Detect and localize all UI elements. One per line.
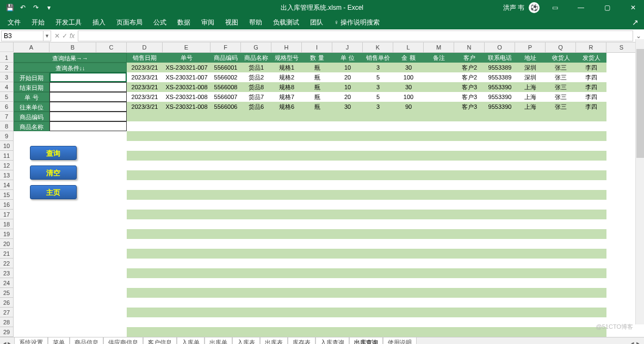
- tab-developer[interactable]: 开发工具: [55, 18, 82, 27]
- tab-scroll-right-icon[interactable]: ▸: [636, 340, 640, 344]
- enter-icon[interactable]: ✓: [62, 32, 67, 40]
- close-icon[interactable]: ✕: [622, 0, 644, 15]
- tab-nav-last-icon[interactable]: ▸: [8, 340, 11, 344]
- row-header-27[interactable]: 27: [0, 308, 14, 317]
- fx-icon[interactable]: fx: [70, 32, 75, 40]
- row-header-7[interactable]: 7: [0, 112, 14, 121]
- sheet-tab-出库表[interactable]: 出库表: [260, 337, 288, 344]
- row-header-26[interactable]: 26: [0, 298, 14, 308]
- tab-team[interactable]: 团队: [310, 18, 323, 27]
- namebox-dropdown-icon[interactable]: ▼: [44, 30, 51, 41]
- query-input-3[interactable]: [49, 102, 127, 112]
- row-header-28[interactable]: 28: [0, 317, 14, 327]
- query-input-4[interactable]: [49, 112, 127, 121]
- col-header-L[interactable]: L: [393, 42, 424, 53]
- col-header-H[interactable]: H: [271, 42, 302, 53]
- tab-nav-first-icon[interactable]: ◂: [3, 340, 7, 344]
- col-header-S[interactable]: S: [606, 42, 637, 53]
- col-header-D[interactable]: D: [127, 42, 163, 53]
- row-header-1[interactable]: 1: [0, 53, 14, 63]
- redo-icon[interactable]: ↷: [30, 2, 41, 13]
- col-header-R[interactable]: R: [576, 42, 606, 53]
- sheet-tab-库存表[interactable]: 库存表: [288, 337, 315, 344]
- row-header-19[interactable]: 19: [0, 229, 14, 239]
- qat-dropdown-icon[interactable]: ▾: [44, 2, 54, 13]
- col-header-E[interactable]: E: [163, 42, 210, 53]
- row-header-13[interactable]: 13: [0, 170, 14, 180]
- tab-file[interactable]: 文件: [8, 18, 21, 27]
- row-header-9[interactable]: 9: [0, 131, 14, 141]
- tell-me-search[interactable]: ♀ 操作说明搜索: [334, 18, 380, 27]
- minimize-icon[interactable]: —: [570, 0, 592, 15]
- expand-formula-icon[interactable]: ⌄: [633, 32, 644, 40]
- row-header-3[interactable]: 3: [0, 72, 14, 82]
- clear-button[interactable]: 清空: [30, 165, 77, 180]
- row-header-15[interactable]: 15: [0, 190, 14, 200]
- row-header-29[interactable]: 29: [0, 327, 14, 337]
- row-header-10[interactable]: 10: [0, 141, 14, 151]
- row-header-8[interactable]: 8: [0, 121, 14, 131]
- col-header-K[interactable]: K: [363, 42, 393, 53]
- formula-input[interactable]: [78, 30, 633, 41]
- col-header-O[interactable]: O: [485, 42, 515, 53]
- sheet-tab-入库单[interactable]: 入库单: [177, 337, 205, 344]
- tab-view[interactable]: 视图: [225, 18, 238, 27]
- sheet-tab-菜单[interactable]: 菜单: [48, 337, 70, 344]
- row-header-25[interactable]: 25: [0, 288, 14, 298]
- row-header-5[interactable]: 5: [0, 92, 14, 102]
- row-header-11[interactable]: 11: [0, 151, 14, 161]
- row-header-23[interactable]: 23: [0, 268, 14, 278]
- sheet-tab-出库查询[interactable]: 出库查询: [349, 337, 383, 344]
- col-header-C[interactable]: C: [96, 42, 127, 53]
- row-header-16[interactable]: 16: [0, 200, 14, 210]
- query-input-1[interactable]: [49, 82, 127, 92]
- col-header-Q[interactable]: Q: [546, 42, 576, 53]
- col-header-N[interactable]: N: [454, 42, 485, 53]
- tab-help[interactable]: 帮助: [249, 18, 262, 27]
- row-header-22[interactable]: 22: [0, 259, 14, 268]
- row-header-4[interactable]: 4: [0, 82, 14, 92]
- col-header-I[interactable]: I: [302, 42, 332, 53]
- tab-formulas[interactable]: 公式: [153, 18, 166, 27]
- row-header-21[interactable]: 21: [0, 249, 14, 259]
- row-header-12[interactable]: 12: [0, 161, 14, 170]
- tab-scroll-left-icon[interactable]: ◂: [631, 340, 634, 344]
- name-box[interactable]: B3: [1, 30, 44, 41]
- col-header-J[interactable]: J: [332, 42, 363, 53]
- share-icon[interactable]: ↗: [632, 18, 639, 27]
- ribbon-options-icon[interactable]: ▭: [544, 0, 566, 15]
- row-header-17[interactable]: 17: [0, 210, 14, 219]
- query-button[interactable]: 查询: [30, 146, 77, 160]
- undo-icon[interactable]: ↶: [17, 2, 28, 13]
- cancel-icon[interactable]: ✕: [54, 32, 60, 40]
- row-header-2[interactable]: 2: [0, 63, 14, 72]
- save-icon[interactable]: 💾: [4, 2, 15, 13]
- col-header-F[interactable]: F: [210, 42, 241, 53]
- select-all-corner[interactable]: [0, 42, 14, 52]
- sheet-tab-入库表[interactable]: 入库表: [232, 337, 260, 344]
- col-header-B[interactable]: B: [49, 42, 96, 53]
- sheet-tab-供应商信息[interactable]: 供应商信息: [103, 337, 143, 344]
- sheet-tab-客户信息[interactable]: 客户信息: [143, 337, 177, 344]
- row-header-18[interactable]: 18: [0, 219, 14, 229]
- tab-insert[interactable]: 插入: [92, 18, 106, 27]
- maximize-icon[interactable]: ▢: [596, 0, 618, 15]
- query-input-2[interactable]: [49, 92, 127, 102]
- tab-review[interactable]: 审阅: [201, 18, 214, 27]
- sheet-tab-使用说明[interactable]: 使用说明: [383, 337, 417, 344]
- col-header-A[interactable]: A: [14, 42, 49, 53]
- row-header-24[interactable]: 24: [0, 278, 14, 288]
- row-header-14[interactable]: 14: [0, 180, 14, 190]
- row-header-6[interactable]: 6: [0, 102, 14, 112]
- sheet-tab-系统设置[interactable]: 系统设置: [14, 337, 48, 344]
- tab-layout[interactable]: 页面布局: [116, 18, 143, 27]
- avatar[interactable]: ⚽: [529, 2, 540, 13]
- col-header-M[interactable]: M: [424, 42, 454, 53]
- home-button[interactable]: 主页: [30, 185, 77, 199]
- tab-loadtest[interactable]: 负载测试: [273, 18, 299, 27]
- col-header-G[interactable]: G: [241, 42, 271, 53]
- vertical-scrollbar[interactable]: [635, 39, 644, 324]
- sheet-tab-出库单[interactable]: 出库单: [205, 337, 232, 344]
- tab-data[interactable]: 数据: [177, 18, 190, 27]
- query-input-5[interactable]: [49, 121, 127, 131]
